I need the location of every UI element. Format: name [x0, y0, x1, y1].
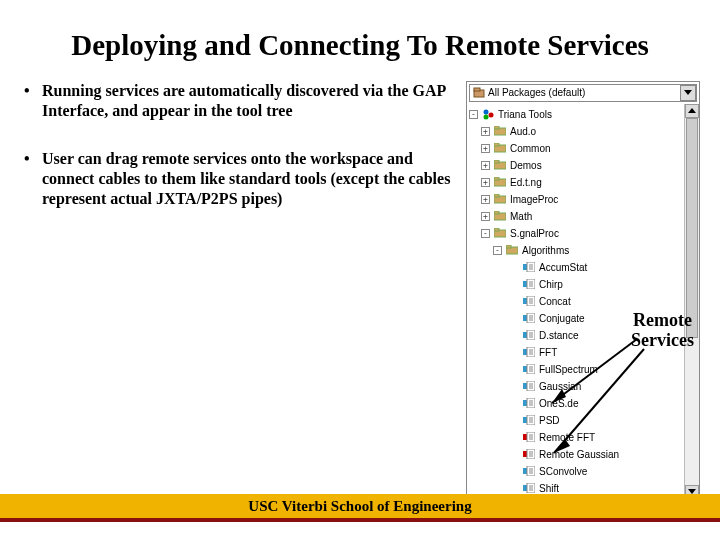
folder-icon [493, 159, 507, 171]
tree-root[interactable]: - Triana Tools [467, 106, 699, 123]
svg-rect-22 [523, 264, 527, 270]
tool-icon [522, 380, 536, 392]
annotation-remote-services: Remote Services [631, 311, 694, 351]
tool-icon [522, 397, 536, 409]
tree-leaf[interactable]: SConvolve [467, 463, 699, 480]
dropdown-label: All Packages (default) [488, 87, 680, 98]
folder-icon [493, 227, 507, 239]
scrollbar-thumb[interactable] [686, 118, 698, 338]
tool-tree[interactable]: - Triana Tools + Aud.o + Common + Demos … [467, 104, 699, 499]
tree-leaf[interactable]: OneS.de [467, 395, 699, 412]
svg-rect-47 [523, 349, 527, 355]
tree-label: Demos [510, 160, 542, 171]
svg-rect-52 [523, 366, 527, 372]
bullet-text: Running services are automatically disco… [42, 81, 456, 121]
tree-label: S.gnalProc [510, 228, 559, 239]
svg-rect-19 [494, 228, 499, 231]
dropdown-arrow-button[interactable] [680, 85, 696, 101]
scrollbar-track[interactable] [685, 118, 699, 485]
chevron-down-icon [684, 89, 692, 97]
tree-folder[interactable]: + Common [467, 140, 699, 157]
tree-leaf[interactable]: Gaussian [467, 378, 699, 395]
collapse-icon[interactable]: - [481, 229, 490, 238]
bullet-item: • Running services are automatically dis… [20, 81, 456, 121]
expand-icon[interactable]: + [481, 144, 490, 153]
bullet-dot: • [20, 149, 42, 209]
tree-label: Chirp [539, 279, 563, 290]
tree-label: PSD [539, 415, 560, 426]
folder-icon [493, 210, 507, 222]
tree-label: Common [510, 143, 551, 154]
tree-label: Aud.o [510, 126, 536, 137]
page-title: Deploying and Connecting To Remote Servi… [0, 0, 720, 71]
package-dropdown[interactable]: All Packages (default) [469, 84, 697, 102]
expand-icon[interactable]: + [481, 161, 490, 170]
package-icon [472, 86, 486, 100]
tree-leaf[interactable]: Remote Gaussian [467, 446, 699, 463]
expand-icon[interactable]: + [481, 178, 490, 187]
tree-folder[interactable]: + Math [467, 208, 699, 225]
root-icon [481, 108, 495, 120]
tree-leaf[interactable]: PSD [467, 412, 699, 429]
tree-label: D.stance [539, 330, 578, 341]
tree-label: Conjugate [539, 313, 585, 324]
tree-leaf[interactable]: Chirp [467, 276, 699, 293]
tree-label: AccumStat [539, 262, 587, 273]
tree-label: SConvolve [539, 466, 587, 477]
annotation-line: Services [631, 331, 694, 351]
tree-folder[interactable]: + Aud.o [467, 123, 699, 140]
tree-folder[interactable]: + Demos [467, 157, 699, 174]
tree-label: Remote Gaussian [539, 449, 619, 460]
svg-marker-2 [684, 90, 692, 95]
content-area: • Running services are automatically dis… [0, 71, 720, 500]
folder-icon [493, 193, 507, 205]
collapse-icon[interactable]: - [493, 246, 502, 255]
bullet-dot: • [20, 81, 42, 121]
tree-label: Math [510, 211, 532, 222]
svg-rect-57 [523, 383, 527, 389]
svg-point-4 [489, 113, 494, 118]
tree-leaf[interactable]: Remote FFT [467, 429, 699, 446]
tool-tree-panel: All Packages (default) - Triana Tools + … [466, 81, 700, 500]
footer-divider [0, 518, 720, 522]
tree-label: Concat [539, 296, 571, 307]
svg-rect-37 [523, 315, 527, 321]
collapse-icon[interactable]: - [469, 110, 478, 119]
expand-icon[interactable]: + [481, 127, 490, 136]
tool-icon [522, 312, 536, 324]
scroll-up-button[interactable] [685, 104, 699, 118]
svg-rect-62 [523, 400, 527, 406]
tool-icon [522, 261, 536, 273]
tree-folder[interactable]: + ImageProc [467, 191, 699, 208]
svg-rect-13 [494, 177, 499, 180]
tool-icon [522, 346, 536, 358]
tree-label: OneS.de [539, 398, 578, 409]
tree-label: FullSpectrum [539, 364, 598, 375]
bullet-item: • User can drag remote services onto the… [20, 149, 456, 209]
folder-icon [493, 125, 507, 137]
tree-folder[interactable]: + Ed.t.ng [467, 174, 699, 191]
svg-marker-92 [688, 108, 696, 113]
tool-icon [522, 414, 536, 426]
tree-label: Ed.t.ng [510, 177, 542, 188]
tool-icon [522, 363, 536, 375]
svg-rect-72 [523, 434, 527, 440]
footer-text: USC Viterbi School of Engineering [0, 494, 720, 518]
tree-leaf[interactable]: FullSpectrum [467, 361, 699, 378]
tree-label: Triana Tools [498, 109, 552, 120]
tree-folder[interactable]: - Algorithms [467, 242, 699, 259]
tool-icon [522, 482, 536, 494]
remote-tool-icon [522, 448, 536, 460]
tree-leaf[interactable]: Concat [467, 293, 699, 310]
tool-icon [522, 278, 536, 290]
expand-icon[interactable]: + [481, 195, 490, 204]
vertical-scrollbar[interactable] [684, 104, 699, 499]
tree-label: Gaussian [539, 381, 581, 392]
expand-icon[interactable]: + [481, 212, 490, 221]
tree-leaf[interactable]: AccumStat [467, 259, 699, 276]
tree-folder[interactable]: - S.gnalProc [467, 225, 699, 242]
svg-rect-27 [523, 281, 527, 287]
svg-rect-17 [494, 211, 499, 214]
svg-rect-7 [494, 126, 499, 129]
svg-point-3 [484, 110, 489, 115]
